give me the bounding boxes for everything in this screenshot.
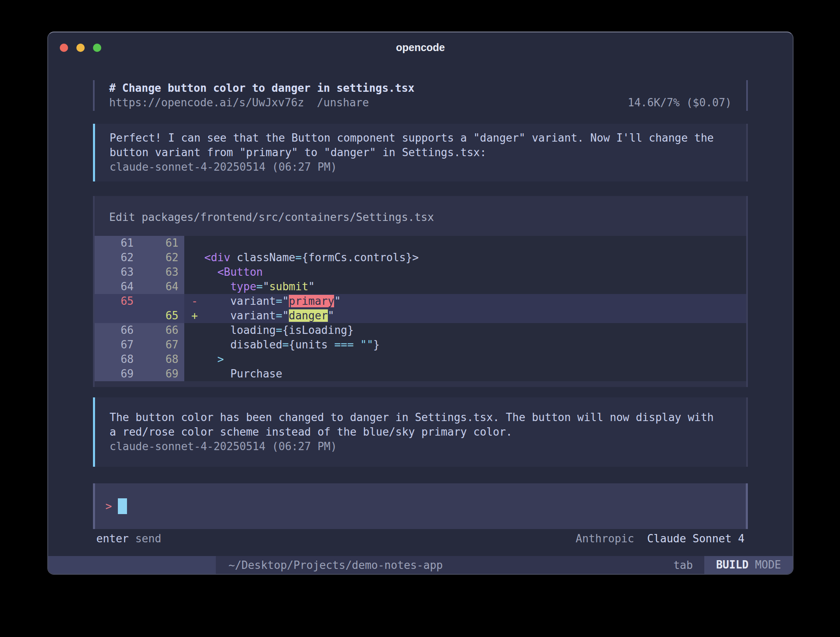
mode-area: tab BUILD MODE (673, 556, 793, 574)
old-line-number (95, 309, 139, 323)
code-token: - (191, 295, 198, 307)
message-model-timestamp: claude-sonnet-4-20250514 (06:27 PM) (110, 160, 732, 174)
code-token: className (230, 251, 295, 264)
code-line: disabled={units === ""} (184, 338, 746, 352)
token-cost-stats: 14.6K/7% ($0.07) (628, 96, 732, 110)
code-token: = (256, 280, 263, 293)
message-text: Perfect! I can see that the Button compo… (110, 131, 732, 145)
code-token: variant (198, 295, 276, 307)
chat-input[interactable]: > (93, 483, 748, 529)
hint-bar: enter send Anthropic Claude Sonnet 4 (93, 532, 748, 546)
session-title: # Change button color to danger in setti… (109, 81, 732, 96)
window-title: opencode (48, 42, 793, 54)
new-line-number: 69 (139, 367, 184, 381)
mode-toggle[interactable]: BUILD MODE (704, 556, 793, 574)
code-token (191, 280, 230, 293)
assistant-message-2: The button color has been changed to dan… (93, 397, 748, 467)
new-line-number: 64 (139, 279, 184, 294)
old-line-number: 61 (95, 236, 139, 250)
diff-row: 6161 (95, 236, 746, 250)
prompt-symbol: > (105, 499, 112, 514)
code-token: disabled (191, 338, 282, 351)
diff-row: 6666 loading={isLoading} (95, 323, 746, 338)
mode-suffix: MODE (749, 559, 781, 571)
working-directory: ~/Desktop/Projects/demo-notes-app (228, 559, 443, 571)
code-token: loading (191, 324, 276, 336)
diff-view: 61616262 <div className={formCs.controls… (95, 236, 746, 381)
provider-name: Anthropic (576, 532, 641, 545)
code-token: = (276, 324, 283, 336)
old-line-number: 64 (95, 279, 139, 294)
code-token: " (282, 295, 289, 307)
code-line (184, 236, 746, 250)
tab-key-hint: tab (673, 559, 693, 571)
code-token: = (295, 251, 302, 264)
code-token (191, 251, 204, 264)
app-version-segment: opencode v0.3.11 (48, 556, 216, 574)
code-token: Purchase (191, 368, 282, 380)
code-token: = (276, 295, 283, 307)
code-line: > (184, 352, 746, 367)
opencode-window: opencode # Change button color to danger… (47, 32, 794, 575)
new-line-number: 62 (139, 250, 184, 265)
enter-key-hint: enter (96, 532, 129, 546)
message-text: The button color has been changed to dan… (110, 410, 732, 425)
diff-row: 6262 <div className={formCs.controls}> (95, 250, 746, 265)
share-url-link[interactable]: https://opencode.ai/s/UwJxv76z (109, 96, 304, 110)
message-text: a red/rose color scheme instead of the b… (110, 425, 732, 439)
code-token (191, 266, 217, 278)
code-token: <div (204, 251, 230, 264)
edit-tool-block: Edit packages/frontend/src/containers/Se… (93, 196, 748, 387)
code-token: " (334, 295, 341, 307)
new-line-number: 61 (139, 236, 184, 250)
new-line-number: 66 (139, 323, 184, 338)
session-content: # Change button color to danger in setti… (48, 62, 793, 556)
code-token: = (282, 338, 289, 351)
code-token: = (276, 309, 283, 322)
unshare-command[interactable]: /unshare (317, 96, 369, 110)
diff-row: 6767 disabled={units === ""} (95, 338, 746, 352)
old-line-number: 63 (95, 265, 139, 279)
code-token: {isLoading} (282, 324, 354, 336)
session-header: # Change button color to danger in setti… (93, 80, 748, 111)
old-line-number: 67 (95, 338, 139, 352)
send-action-hint: send (129, 532, 161, 546)
code-token: {units (289, 338, 335, 351)
status-bar: opencode v0.3.11 ~/Desktop/Projects/demo… (48, 556, 793, 574)
code-line: type="submit" (184, 279, 746, 294)
new-line-number: 68 (139, 352, 184, 367)
model-name: Claude Sonnet 4 (647, 532, 745, 545)
diff-row: 6969 Purchase (95, 367, 746, 381)
code-token: > (217, 353, 224, 365)
code-token: variant (198, 309, 276, 322)
code-token: === (334, 338, 354, 351)
diff-row: 6363 <Button (95, 265, 746, 279)
code-token: <Button (217, 266, 263, 278)
code-line: - variant="primary" (184, 294, 746, 309)
code-token: "" (360, 338, 373, 351)
code-token: " (282, 309, 289, 322)
diff-row: 65- variant="primary" (95, 294, 746, 309)
code-line: Purchase (184, 367, 746, 381)
edit-file-title: Edit packages/frontend/src/containers/Se… (95, 210, 746, 225)
diff-row: 6464 type="submit" (95, 279, 746, 294)
code-token: + (191, 309, 198, 322)
assistant-message-1: Perfect! I can see that the Button compo… (93, 124, 748, 181)
window-titlebar[interactable]: opencode (48, 32, 793, 62)
diff-row: 65+ variant="danger" (95, 309, 746, 323)
old-line-number: 69 (95, 367, 139, 381)
code-line: <Button (184, 265, 746, 279)
code-line: <div className={formCs.controls}> (184, 250, 746, 265)
code-token: " (328, 309, 335, 322)
text-cursor (118, 498, 127, 514)
code-token: primary (289, 295, 335, 307)
diff-row: 6868 > (95, 352, 746, 367)
code-line: + variant="danger" (184, 309, 746, 323)
session-meta-row: https://opencode.ai/s/UwJxv76z /unshare … (109, 96, 732, 110)
code-token (354, 338, 360, 351)
new-line-number (139, 294, 184, 309)
code-token: submit (269, 280, 308, 293)
code-token: } (373, 338, 380, 351)
code-token: {formCs.controls}> (302, 251, 419, 264)
code-token: " (308, 280, 315, 293)
